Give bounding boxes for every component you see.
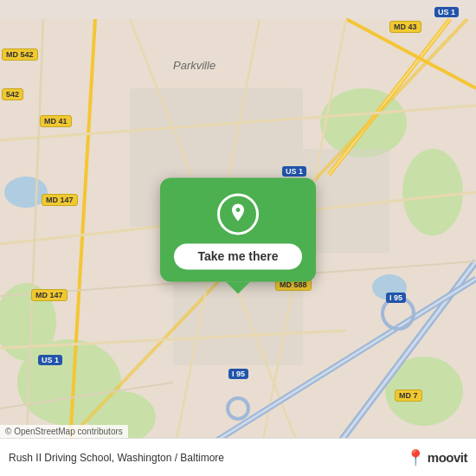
road-label-us1-mid: US 1 (282, 166, 306, 177)
svg-point-5 (402, 149, 463, 235)
road-label-md41: MD 41 (40, 115, 72, 127)
road-label-us1-top: US 1 (434, 7, 459, 17)
road-label-542: 542 (2, 88, 23, 100)
moovit-text: moovit (428, 450, 467, 465)
road-label-md147-low: MD 147 (31, 289, 68, 301)
popup-tail (226, 281, 250, 293)
popup-pin-icon (228, 202, 248, 226)
road-label-md542-tl: MD 542 (2, 48, 38, 61)
location-title: Rush II Driving School, Washington / Bal… (9, 452, 224, 464)
parkville-label: Parkville (173, 59, 215, 72)
road-label-us1-low: US 1 (38, 355, 62, 365)
popup-card: Take me there (160, 177, 316, 281)
road-label-md43: MD 43 (389, 21, 421, 33)
road-label-md7: MD 7 (395, 389, 422, 402)
osm-copyright: © OpenStreetMap contributors (0, 425, 128, 438)
svg-rect-11 (303, 149, 389, 253)
take-me-there-button[interactable]: Take me there (174, 243, 302, 269)
moovit-logo: 📍 moovit (406, 448, 467, 467)
moovit-pin-icon: 📍 (406, 448, 425, 467)
road-label-i95-right: I 95 (386, 293, 406, 303)
road-label-md147-mid: MD 147 (42, 194, 78, 206)
popup-icon-circle (217, 193, 259, 235)
road-label-i95-low: I 95 (228, 369, 248, 379)
map-container: US 1 MD 43 MD 542 MD 41 542 Parkville MD… (0, 0, 476, 476)
bottom-bar: Rush II Driving School, Washington / Bal… (0, 438, 476, 476)
